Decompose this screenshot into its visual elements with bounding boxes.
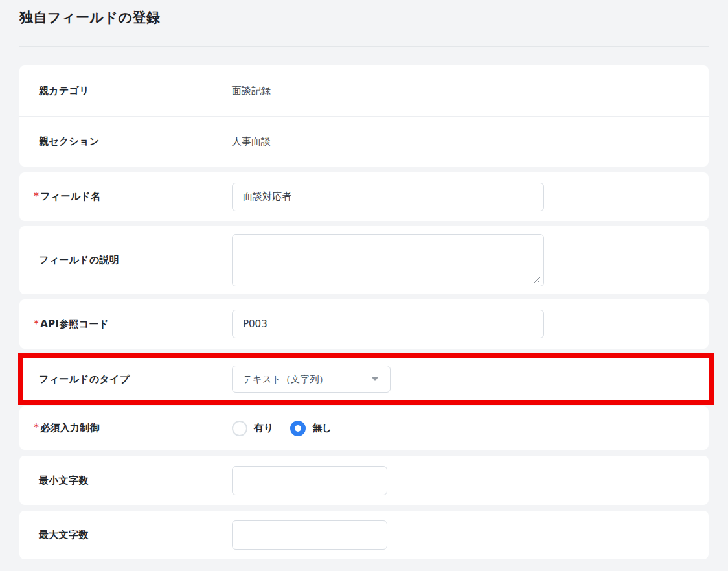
form-row-min-chars: 最小文字数 bbox=[19, 456, 709, 505]
form-row-parent-section: 親セクション 人事面談 bbox=[19, 117, 709, 167]
parent-section-value: 人事面談 bbox=[232, 135, 271, 148]
form-row-field-type: フィールドのタイプ テキスト（文字列） bbox=[23, 358, 709, 400]
radio-selected-icon[interactable] bbox=[290, 421, 306, 436]
form-row-api-code: *API参照コード bbox=[19, 299, 709, 349]
form-row-required-control: *必須入力制御 有り 無し bbox=[19, 406, 709, 450]
api-code-input[interactable] bbox=[232, 310, 544, 338]
required-control-label: *必須入力制御 bbox=[19, 422, 232, 434]
required-control-radio-group: 有り 無し bbox=[232, 421, 332, 436]
field-type-selected-value: テキスト（文字列） bbox=[243, 373, 328, 386]
form-row-max-chars: 最大文字数 bbox=[19, 511, 709, 559]
custom-field-registration-page: 独自フィールドの登録 親カテゴリ 面談記録 親セクション 人事面談 *フィールド… bbox=[0, 0, 728, 571]
radio-option-nashi[interactable]: 無し bbox=[290, 421, 332, 436]
field-description-textarea[interactable] bbox=[232, 234, 544, 286]
title-divider bbox=[19, 46, 709, 47]
card-parent-info: 親カテゴリ 面談記録 親セクション 人事面談 bbox=[19, 65, 709, 167]
field-type-label: フィールドのタイプ bbox=[23, 373, 232, 386]
parent-section-label: 親セクション bbox=[19, 135, 232, 148]
form-row-field-description: フィールドの説明 bbox=[19, 226, 709, 294]
api-code-label: *API参照コード bbox=[19, 318, 232, 331]
field-name-input[interactable] bbox=[232, 183, 544, 211]
field-name-label: *フィールド名 bbox=[19, 191, 232, 203]
max-chars-input[interactable] bbox=[232, 520, 387, 550]
required-asterisk: * bbox=[34, 318, 39, 330]
required-asterisk: * bbox=[34, 191, 39, 202]
page-title: 独自フィールドの登録 bbox=[19, 8, 160, 27]
form-row-field-name: *フィールド名 bbox=[19, 172, 709, 221]
required-asterisk: * bbox=[34, 422, 39, 434]
parent-category-label: 親カテゴリ bbox=[19, 85, 232, 97]
min-chars-input[interactable] bbox=[232, 466, 387, 495]
field-description-label: フィールドの説明 bbox=[19, 254, 232, 266]
form-row-parent-category: 親カテゴリ 面談記録 bbox=[19, 65, 709, 116]
field-type-select[interactable]: テキスト（文字列） bbox=[232, 366, 391, 393]
field-type-highlight-annotation: フィールドのタイプ テキスト（文字列） bbox=[18, 353, 714, 405]
radio-option-ari[interactable]: 有り bbox=[232, 421, 273, 436]
max-chars-label: 最大文字数 bbox=[19, 529, 232, 541]
parent-category-value: 面談記録 bbox=[232, 85, 271, 97]
chevron-down-icon bbox=[372, 377, 378, 381]
radio-unselected-icon[interactable] bbox=[232, 421, 247, 436]
min-chars-label: 最小文字数 bbox=[19, 474, 232, 487]
